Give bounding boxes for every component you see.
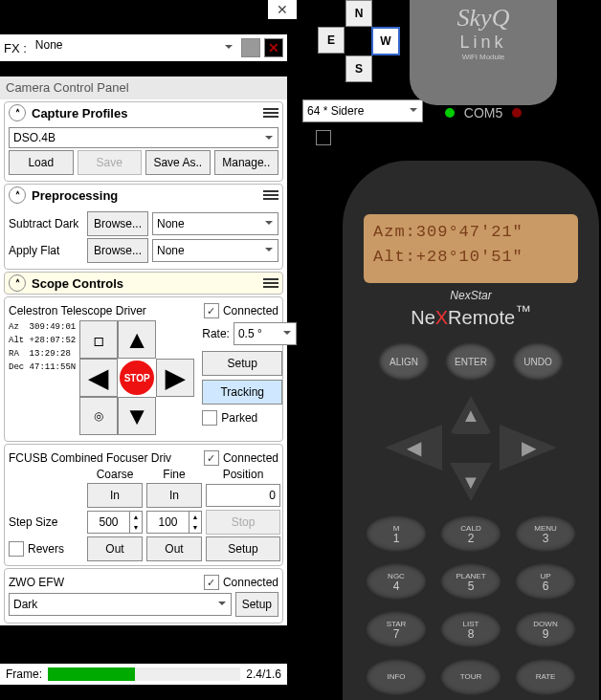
spin-up-icon[interactable]: ▲	[129, 512, 142, 522]
east-button[interactable]: E	[318, 27, 345, 54]
browse-dark-button[interactable]: Browse...	[87, 211, 148, 236]
fx-select[interactable]: None	[31, 37, 237, 58]
scope-section: ˄ Scope Controls	[4, 272, 283, 295]
status-led-green-icon	[445, 108, 455, 118]
west-button[interactable]: W	[371, 27, 400, 55]
brand-ne: Ne	[411, 307, 435, 328]
scope-connected-checkbox[interactable]: ✓	[204, 303, 219, 318]
focuser-setup-button[interactable]: Setup	[206, 536, 280, 561]
hamburger-icon[interactable]	[263, 190, 278, 200]
coarse-out-button[interactable]: Out	[87, 536, 143, 561]
keypad-up-button[interactable]: UP6	[514, 562, 577, 601]
efw-setup-button[interactable]: Setup	[235, 592, 278, 617]
slew-down-button[interactable]: ▼	[118, 397, 156, 435]
keypad-cald-button[interactable]: CALD2	[439, 514, 502, 553]
manage-button[interactable]: Manage..	[214, 150, 279, 175]
coarse-in-button[interactable]: In	[87, 483, 143, 508]
key-num-label: 1	[393, 534, 400, 543]
dpad-left-button[interactable]: ◀	[385, 425, 442, 470]
key-num-label: 2	[468, 534, 475, 543]
scope-body: Celestron Telescope Driver ✓ Connected A…	[4, 296, 283, 442]
key-top-label: RATE	[536, 672, 556, 682]
on-top-checkbox[interactable]	[316, 130, 331, 145]
dpad-up-button[interactable]: ▲	[450, 396, 492, 434]
position-field[interactable]: 0	[206, 484, 280, 507]
frame-bar: Frame: 2.4/1.6	[0, 664, 287, 685]
key-num-label: 7	[393, 629, 400, 639]
slew-left-button[interactable]: ◀	[79, 359, 118, 397]
fx-swatch-a[interactable]	[241, 38, 260, 57]
load-button[interactable]: Load	[9, 150, 74, 175]
efw-connected-checkbox[interactable]: ✓	[204, 575, 219, 590]
lcd-line2: Alt:+28°10'51"	[373, 245, 568, 270]
fine-in-button[interactable]: In	[146, 483, 202, 508]
profile-select[interactable]: DSO.4B	[9, 127, 278, 148]
filter-select[interactable]: Dark	[9, 593, 232, 616]
browse-flat-button[interactable]: Browse...	[87, 238, 148, 263]
hamburger-icon[interactable]	[263, 278, 278, 288]
keypad-down-button[interactable]: DOWN9	[514, 610, 577, 648]
north-button[interactable]: N	[345, 0, 372, 27]
key-num-label: 3	[543, 534, 549, 543]
key-top-label: TOUR	[460, 672, 482, 682]
reverse-checkbox[interactable]	[9, 541, 24, 557]
scope-title: Scope Controls	[32, 276, 123, 291]
keypad-m-button[interactable]: M1	[365, 514, 428, 553]
undo-button[interactable]: UNDO	[512, 342, 564, 381]
keypad-menu-button[interactable]: MENU3	[514, 514, 577, 553]
keypad-star-button[interactable]: STAR7	[365, 610, 428, 648]
fine-out-button[interactable]: Out	[146, 536, 202, 561]
apply-flat-label: Apply Flat	[9, 244, 83, 257]
keypad-tour-button[interactable]: TOUR	[439, 658, 502, 696]
key-num-label: 4	[393, 581, 400, 591]
dpad-down-button[interactable]: ▼	[450, 463, 492, 501]
align-button[interactable]: ALIGN	[378, 342, 430, 381]
capture-header[interactable]: ˄ Capture Profiles	[5, 102, 282, 123]
frame-value: 2.4/1.6	[246, 667, 281, 681]
flat-select[interactable]: None	[152, 239, 278, 262]
spin-up-icon[interactable]: ▲	[189, 512, 201, 522]
window-close-button[interactable]: ✕	[268, 0, 297, 19]
parked-checkbox[interactable]	[202, 410, 217, 426]
scope-header[interactable]: ˄ Scope Controls	[5, 273, 282, 294]
connected-label: Connected	[223, 451, 278, 465]
south-button[interactable]: S	[345, 55, 372, 82]
rate-select[interactable]: 0.5 °	[234, 322, 297, 345]
dark-select[interactable]: None	[152, 212, 278, 235]
fx-swatch-b[interactable]: ✕	[264, 38, 283, 57]
slew-right-button[interactable]: ▶	[156, 359, 194, 397]
key-num-label: 5	[468, 581, 475, 591]
enter-button[interactable]: ENTER	[445, 342, 497, 381]
tracking-button[interactable]: Tracking	[202, 380, 282, 405]
stop-button[interactable]: STOP	[118, 359, 156, 397]
preprocessing-header[interactable]: ˄ Preprocessing	[5, 185, 282, 206]
focuser-connected-checkbox[interactable]: ✓	[204, 450, 219, 466]
save-as-button[interactable]: Save As..	[145, 150, 211, 175]
preprocessing-section: ˄ Preprocessing Subtract Dark Browse... …	[4, 184, 283, 270]
step-coarse-spinner[interactable]: 500▲▼	[87, 511, 143, 534]
rate-value: 0.5 °	[238, 327, 262, 340]
slew-up-button[interactable]: ▲	[118, 320, 156, 359]
keypad-rate-button[interactable]: RATE	[514, 658, 577, 696]
keypad-list-button[interactable]: LIST8	[439, 610, 502, 648]
key-num-label: 6	[543, 581, 549, 591]
keypad-planet-button[interactable]: PLANET5	[439, 562, 502, 601]
skyq-title: SkyQ	[410, 0, 557, 33]
spiral-button[interactable]: ◻	[79, 320, 118, 359]
dark-value: None	[157, 217, 185, 230]
scope-setup-button[interactable]: Setup	[202, 351, 282, 376]
sections: ˄ Capture Profiles DSO.4B Load Save Save…	[0, 99, 287, 625]
sidereal-select[interactable]: 64 * Sidere	[302, 99, 423, 122]
target-button[interactable]: ◎	[79, 397, 118, 435]
lcd-display: Azm:309°47'21" Alt:+28°10'51"	[364, 214, 578, 283]
keypad-ngc-button[interactable]: NGC4	[365, 562, 428, 601]
dpad-right-button[interactable]: ▶	[500, 425, 557, 470]
step-fine-spinner[interactable]: 100▲▼	[146, 511, 202, 534]
hamburger-icon[interactable]	[263, 108, 278, 118]
keypad-info-button[interactable]: INFO	[365, 658, 428, 696]
spin-down-icon[interactable]: ▼	[129, 522, 142, 533]
target-icon: ◎	[94, 409, 103, 423]
com-row: COM5	[410, 105, 557, 120]
spin-down-icon[interactable]: ▼	[189, 522, 201, 533]
skyq-module: SkyQ Link WiFi Module	[410, 0, 557, 105]
